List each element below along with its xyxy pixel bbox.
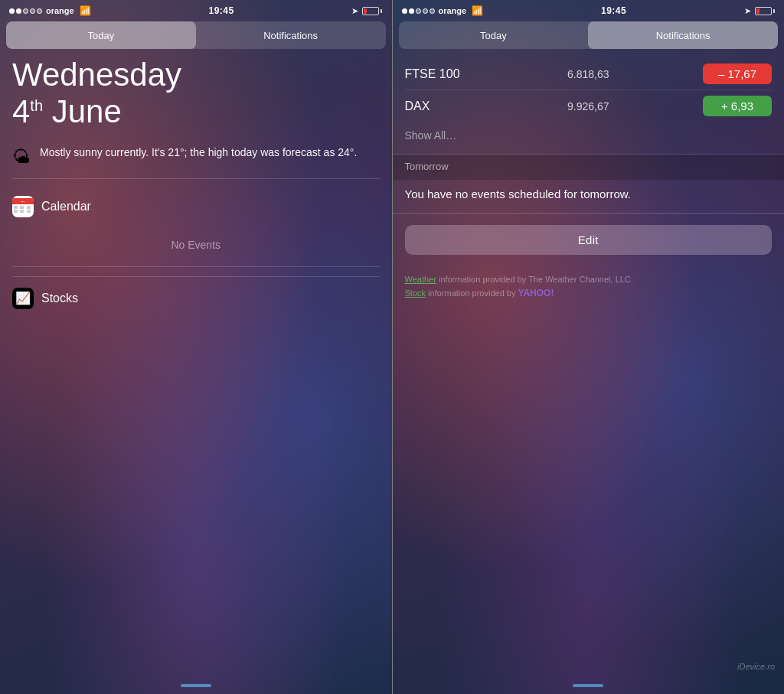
wifi-icon-right: 📶 xyxy=(472,5,483,16)
watermark: iDevice.ro xyxy=(737,662,775,671)
battery-indicator-right xyxy=(755,7,775,15)
status-right-right: ➤ xyxy=(744,6,775,16)
dot3 xyxy=(23,8,28,14)
home-indicator-left[interactable] xyxy=(0,677,392,694)
tomorrow-text-container: You have no events scheduled for tomorro… xyxy=(393,180,785,213)
calendar-section-header: ▪▪▪ Calendar xyxy=(12,196,380,217)
weather-text: Mostly sunny currently. It's 21°; the hi… xyxy=(40,145,357,161)
location-icon: ➤ xyxy=(351,6,358,16)
status-left: orange 📶 xyxy=(9,5,91,16)
stock-value-ftse: 6.818,63 xyxy=(474,68,704,80)
dot2 xyxy=(16,8,21,14)
stock-name-dax: DAX xyxy=(405,99,474,113)
yahoo-brand: YAHOO! xyxy=(518,288,554,298)
tab-bar-right[interactable]: Today Notifications xyxy=(399,21,779,49)
time-display: 19:45 xyxy=(208,5,234,16)
tab-today-left[interactable]: Today xyxy=(6,21,196,49)
stock-value-dax: 9.926,67 xyxy=(474,100,704,112)
battery-indicator xyxy=(362,7,382,15)
sun-icon: 🌤 xyxy=(12,146,31,168)
calendar-icon: ▪▪▪ xyxy=(12,196,34,217)
r-dot3 xyxy=(416,8,421,14)
wifi-icon: 📶 xyxy=(80,5,91,16)
carrier-label-right: orange xyxy=(439,6,467,15)
status-bar-left: orange 📶 19:45 ➤ xyxy=(0,0,392,20)
weather-row: 🌤 Mostly sunny currently. It's 21°; the … xyxy=(12,145,380,179)
stock-info-text: information provided by xyxy=(428,288,518,298)
status-bar-right: orange 📶 19:45 ➤ xyxy=(393,0,785,20)
stock-row-dax: DAX 9.926,67 + 6,93 xyxy=(405,90,773,122)
right-panel: orange 📶 19:45 ➤ Today Notifications xyxy=(393,0,785,694)
calendar-title: Calendar xyxy=(41,200,91,213)
tomorrow-label: Tomorrow xyxy=(405,161,773,172)
status-left-right: orange 📶 xyxy=(402,5,484,16)
r-dot4 xyxy=(423,8,428,14)
home-bar-right xyxy=(573,684,603,687)
location-icon-right: ➤ xyxy=(744,6,751,16)
notifications-content: FTSE 100 6.818,63 – 17,67 DAX 9.926,67 +… xyxy=(393,49,785,677)
divider-1 xyxy=(12,266,380,267)
tab-notifications-right[interactable]: Notifications xyxy=(588,21,778,49)
r-dot2 xyxy=(409,8,414,14)
today-content: Wednesday 4th June 🌤 Mostly sunny curren… xyxy=(0,49,392,677)
dot5 xyxy=(37,8,42,14)
carrier-label: orange xyxy=(46,6,74,15)
tab-notifications-left[interactable]: Notifications xyxy=(196,21,386,49)
signal-dots xyxy=(9,8,42,14)
home-bar xyxy=(181,684,211,687)
date-heading: Wednesday 4th June xyxy=(12,57,380,131)
stocks-icon: 📈 xyxy=(12,288,34,309)
stocks-chart-icon: 📈 xyxy=(15,291,31,305)
tomorrow-section: Tomorrow xyxy=(393,155,785,180)
edit-section: Edit xyxy=(393,213,785,266)
tab-today-right[interactable]: Today xyxy=(399,21,589,49)
stock-row-ftse: FTSE 100 6.818,63 – 17,67 xyxy=(405,58,773,90)
no-events-label: No Events xyxy=(12,223,380,262)
status-right: ➤ xyxy=(351,6,382,16)
signal-dots-right xyxy=(402,8,435,14)
home-indicator-right[interactable] xyxy=(393,677,785,694)
stock-badge-dax: + 6,93 xyxy=(703,96,772,116)
time-display-right: 19:45 xyxy=(601,5,626,16)
stocks-section-header: 📈 Stocks xyxy=(12,288,380,309)
stock-badge-ftse: – 17,67 xyxy=(703,64,772,84)
stocks-title: Stocks xyxy=(41,292,78,305)
divider-2 xyxy=(12,276,380,277)
footer-text: Weather information provided by The Weat… xyxy=(393,266,785,301)
stock-link[interactable]: Stock xyxy=(405,288,426,298)
weather-link[interactable]: Weather xyxy=(405,275,436,284)
tomorrow-text: You have no events scheduled for tomorro… xyxy=(405,180,773,213)
weather-info-text: information provided by The Weather Chan… xyxy=(439,275,633,284)
dot4 xyxy=(30,8,35,14)
left-panel: orange 📶 19:45 ➤ Today Notifications xyxy=(0,0,392,694)
stock-name-ftse: FTSE 100 xyxy=(405,67,474,81)
edit-button[interactable]: Edit xyxy=(405,225,773,255)
show-all-link[interactable]: Show All… xyxy=(405,122,773,145)
tab-bar-left[interactable]: Today Notifications xyxy=(6,21,386,49)
r-dot5 xyxy=(430,8,435,14)
stocks-widget: FTSE 100 6.818,63 – 17,67 DAX 9.926,67 +… xyxy=(393,49,785,155)
panel-divider xyxy=(392,0,393,694)
r-dot1 xyxy=(402,8,407,14)
dot1 xyxy=(9,8,15,14)
